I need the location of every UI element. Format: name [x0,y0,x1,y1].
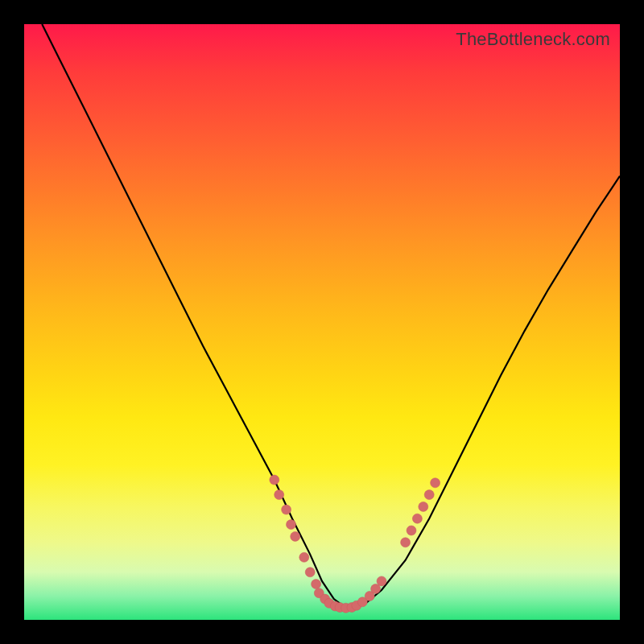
highlight-dot [412,514,422,523]
highlight-dot [401,538,411,547]
highlight-dot [371,584,381,594]
bottleneck-curve [42,24,620,608]
highlight-dot [305,568,315,577]
highlight-dot [270,475,279,485]
highlight-dot [419,502,428,511]
highlight-dot [287,520,296,530]
chart-svg [24,24,620,620]
highlight-dot [291,531,300,541]
highlight-dot [424,490,434,500]
chart-plot-area: TheBottleneck.com [24,24,620,620]
highlight-dot [282,505,291,514]
watermark-text: TheBottleneck.com [456,29,610,50]
highlight-dot [407,526,416,535]
highlight-dot [431,478,440,488]
highlight-dot [299,552,309,562]
highlight-dot [377,576,386,586]
highlight-dot [275,490,284,500]
highlight-dot [312,580,321,589]
